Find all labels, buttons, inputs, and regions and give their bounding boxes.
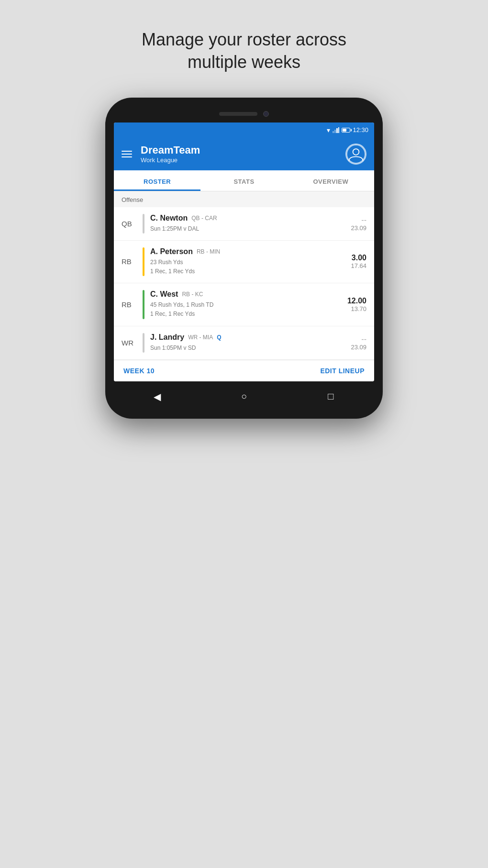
- player-info-rb2: C. West RB - KC 45 Rush Yds, 1 Rush TD 1…: [150, 290, 340, 319]
- roster-content: Offense QB C. Newton QB - CAR Sun 1:25PM…: [114, 191, 374, 360]
- player-name-rb2: C. West: [150, 290, 178, 299]
- player-row-qb[interactable]: QB C. Newton QB - CAR Sun 1:25PM v DAL -…: [114, 207, 374, 241]
- player-info-rb1: A. Peterson RB - MIN 23 Rush Yds 1 Rec, …: [150, 247, 340, 276]
- status-bar: ▾ 12:30: [114, 122, 374, 138]
- offense-section-header: Offense: [114, 191, 374, 207]
- score-top-rb1: 3.00: [340, 254, 366, 262]
- user-avatar-button[interactable]: [345, 144, 366, 165]
- tabs-bar: ROSTER STATS OVERVIEW: [114, 170, 374, 191]
- indicator-wr: [143, 333, 144, 353]
- phone-speaker: [219, 112, 257, 116]
- home-button[interactable]: ○: [233, 386, 255, 407]
- player-sub-qb: Sun 1:25PM v DAL: [150, 224, 340, 234]
- signal-icon: [333, 127, 339, 133]
- tab-roster[interactable]: ROSTER: [114, 170, 200, 191]
- player-meta-rb1: RB - MIN: [197, 248, 220, 255]
- app-title-group: DreamTeam Work League: [141, 144, 345, 164]
- page-headline: Manage your roster across multiple weeks: [142, 29, 346, 74]
- player-scores-qb: -- 23.09: [340, 216, 366, 232]
- svg-point-0: [347, 145, 365, 163]
- player-row-rb2[interactable]: RB C. West RB - KC 45 Rush Yds, 1 Rush T…: [114, 283, 374, 326]
- phone-mockup: ▾ 12:30: [105, 98, 383, 419]
- week-button[interactable]: WEEK 10: [123, 367, 155, 375]
- app-subtitle: Work League: [141, 156, 345, 164]
- indicator-rb2: [143, 290, 144, 319]
- player-scores-rb2: 12.00 13.70: [340, 297, 366, 312]
- svg-point-1: [353, 149, 359, 155]
- position-rb2: RB: [122, 300, 143, 309]
- score-top-qb: --: [340, 216, 366, 224]
- app-title: DreamTeam: [141, 144, 345, 156]
- player-name-wr: J. Landry: [150, 333, 184, 342]
- edit-lineup-button[interactable]: EDIT LINEUP: [320, 367, 365, 375]
- menu-icon[interactable]: [122, 151, 132, 157]
- player-info-wr: J. Landry WR - MIA Q Sun 1:05PM v SD: [150, 333, 340, 353]
- bottom-action-bar: WEEK 10 EDIT LINEUP: [114, 360, 374, 381]
- phone-camera: [263, 111, 269, 117]
- phone-screen: ▾ 12:30: [114, 122, 374, 381]
- position-rb1: RB: [122, 257, 143, 266]
- score-bottom-qb: 23.09: [340, 224, 366, 232]
- app-bar: DreamTeam Work League: [114, 138, 374, 170]
- indicator-rb1: [143, 247, 144, 276]
- player-meta-rb2: RB - KC: [182, 291, 203, 298]
- player-row-rb1[interactable]: RB A. Peterson RB - MIN 23 Rush Yds 1 Re…: [114, 241, 374, 283]
- player-sub-rb1: 23 Rush Yds 1 Rec, 1 Rec Yds: [150, 258, 340, 276]
- score-bottom-rb2: 13.70: [340, 305, 366, 312]
- score-top-wr: --: [340, 335, 366, 344]
- player-meta-qb: QB - CAR: [191, 215, 217, 222]
- player-scores-rb1: 3.00 17.64: [340, 254, 366, 269]
- battery-icon: [342, 128, 350, 133]
- indicator-qb: [143, 214, 144, 234]
- player-name-qb: C. Newton: [150, 214, 188, 223]
- player-meta-wr: WR - MIA: [188, 334, 213, 341]
- recents-button[interactable]: □: [320, 386, 341, 407]
- android-nav-bar: ◀ ○ □: [114, 383, 374, 410]
- player-row-wr[interactable]: WR J. Landry WR - MIA Q Sun 1:05PM v SD …: [114, 326, 374, 360]
- player-name-rb1: A. Peterson: [150, 247, 193, 256]
- wifi-icon: ▾: [327, 126, 330, 134]
- player-info-qb: C. Newton QB - CAR Sun 1:25PM v DAL: [150, 214, 340, 234]
- score-bottom-wr: 23.09: [340, 344, 366, 351]
- position-wr: WR: [122, 339, 143, 347]
- tab-stats[interactable]: STATS: [200, 170, 287, 191]
- position-qb: QB: [122, 220, 143, 228]
- player-sub-rb2: 45 Rush Yds, 1 Rush TD 1 Rec, 1 Rec Yds: [150, 300, 340, 319]
- player-scores-wr: -- 23.09: [340, 335, 366, 351]
- player-badge-wr: Q: [217, 334, 221, 341]
- score-bottom-rb1: 17.64: [340, 262, 366, 269]
- back-button[interactable]: ◀: [147, 386, 168, 407]
- tab-overview[interactable]: OVERVIEW: [288, 170, 374, 191]
- status-time: 12:30: [353, 126, 368, 134]
- player-sub-wr: Sun 1:05PM v SD: [150, 344, 340, 353]
- score-top-rb2: 12.00: [340, 297, 366, 305]
- avatar-icon: [346, 144, 366, 165]
